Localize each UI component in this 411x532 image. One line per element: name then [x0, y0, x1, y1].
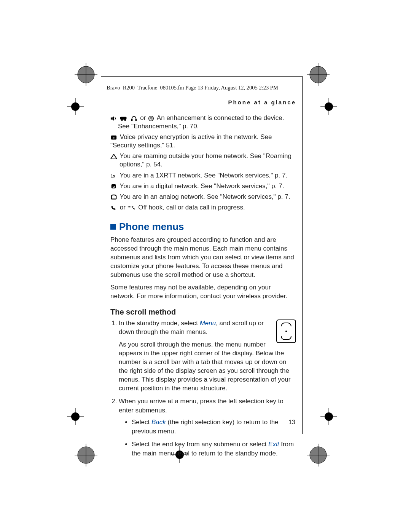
onex-icon: 1x: [110, 173, 117, 179]
privacy-icon: E: [110, 134, 117, 140]
registration-mark-icon: [67, 98, 84, 115]
roaming-icon: [110, 153, 117, 159]
svg-rect-37: [135, 119, 137, 121]
bullet-exit: Select the end key from any submenu or s…: [132, 440, 296, 458]
step-1-detail: As you scroll through the menus, the men…: [119, 340, 296, 393]
car-kit-icon: [120, 115, 128, 121]
enhancement-ref: See "Enhancements," p. 70.: [118, 122, 296, 131]
scroll-key-graphic: [276, 320, 296, 343]
svg-text:1x: 1x: [111, 174, 115, 178]
step-1: In the standby mode, select Menu, and sc…: [119, 319, 296, 393]
section-para-2: Some features may not be available, depe…: [110, 283, 296, 301]
enhancement-text: An enhancement is connected to the devic…: [157, 114, 284, 121]
crop-target-icon: [75, 63, 97, 86]
svg-point-41: [151, 119, 151, 120]
roaming-text-a: You are roaming outside your home networ…: [119, 152, 291, 160]
back-keyword: Back: [151, 419, 166, 426]
analog-text: You are in an analog network. See "Netwo…: [119, 193, 290, 200]
svg-text:E: E: [113, 136, 115, 140]
call-icon: [110, 204, 117, 211]
menu-keyword: Menu: [200, 320, 216, 327]
svg-point-42: [152, 119, 153, 120]
indicator-list: or An enhancement is connected to the de…: [110, 114, 296, 212]
running-head: Phone at a glance: [110, 99, 296, 105]
step-2-bullets: Select Back (the right selection key) to…: [119, 418, 296, 458]
svg-rect-33: [120, 117, 126, 120]
crop-target-icon: [75, 444, 97, 466]
section-para-1: Phone features are grouped according to …: [110, 236, 296, 280]
svg-rect-31: [111, 117, 112, 119]
svg-point-34: [121, 119, 123, 121]
page-content: Phone at a glance or An enhancement is c…: [110, 99, 296, 462]
crop-target-icon: [307, 444, 330, 466]
tty-icon: [148, 115, 155, 121]
svg-point-40: [150, 119, 150, 120]
svg-text:D: D: [113, 185, 115, 189]
or-text: or: [140, 114, 146, 121]
page-number: 13: [288, 419, 295, 426]
data-call-icon: [127, 204, 136, 211]
subheading: The scroll method: [110, 308, 296, 316]
svg-marker-32: [112, 116, 114, 121]
exit-keyword: Exit: [268, 441, 279, 448]
registration-mark-icon: [320, 408, 337, 425]
digital-icon: D: [110, 183, 117, 189]
registration-mark-icon: [67, 408, 84, 425]
svg-marker-45: [111, 154, 117, 159]
svg-rect-39: [150, 117, 152, 118]
registration-mark-icon: [320, 98, 337, 115]
svg-rect-36: [131, 119, 133, 121]
loopset-icon: [131, 115, 137, 121]
framemaker-header: Bravo_R200_Tracfone_080105.fm Page 13 Fr…: [107, 85, 278, 91]
crop-target-icon: [307, 63, 330, 86]
analog-icon: [110, 194, 117, 200]
bullet-back: Select Back (the right selection key) to…: [132, 418, 296, 436]
header-rule: [93, 84, 310, 84]
speaker-icon: [110, 115, 117, 121]
digital-text: You are in a digital network. See "Netwo…: [119, 182, 284, 190]
section-heading: Phone menus: [110, 221, 296, 233]
step-2: When you arrive at a menu, press the lef…: [119, 397, 296, 458]
roaming-text-b: options," p. 54.: [119, 160, 296, 169]
or-text-2: or: [120, 204, 126, 211]
privacy-text: Voice privacy encryption is active in th…: [110, 133, 272, 149]
svg-point-35: [124, 119, 126, 121]
onex-text: You are in a 1XRTT network. See "Network…: [119, 172, 287, 179]
offhook-text: Off hook, call or data call in progress.: [138, 204, 245, 211]
scroll-steps: In the standby mode, select Menu, and sc…: [110, 319, 296, 458]
square-bullet-icon: [110, 224, 116, 230]
